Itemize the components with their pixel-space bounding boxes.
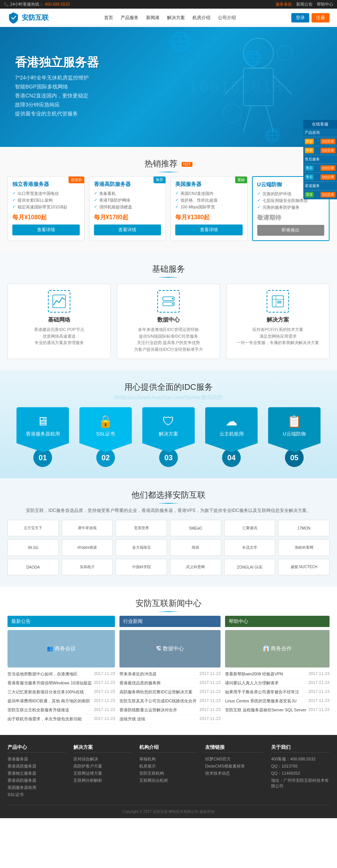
nav-products[interactable]: 产品服务 <box>118 13 142 22</box>
partner-item-0: 立方宝天下 <box>7 520 59 536</box>
nav-datacenter[interactable]: 机房介绍 <box>189 13 213 22</box>
idc-icon-2: 🛡 <box>163 415 174 428</box>
banner-point-3: 故障3分钟应急响应 <box>15 102 99 108</box>
news-item-2-1: 请问要以入真人入分理解请求2017-11-23 <box>225 679 330 688</box>
footer-link-2-0[interactable]: 审核机构 <box>139 756 198 762</box>
news-item-1-0: 带来亲者近的冲洗器2017-11-23 <box>119 670 221 679</box>
partners-grid: 立方宝天下犀牛草游戏竞美世界SMEaO汇聚速讯17MON99.SGshopex南… <box>7 520 330 575</box>
side-qq-2[interactable]: 售前 QQ交谈 <box>303 146 337 155</box>
side-qq-5[interactable]: 渠道 QQ交谈 <box>303 190 337 199</box>
help-link[interactable]: 帮助中心 <box>317 2 333 6</box>
footer-link-1-0[interactable]: 应对综合解决 <box>73 756 132 762</box>
footer-link-0-1[interactable]: 香港高防服务器 <box>7 763 66 769</box>
title-divider <box>157 172 180 172</box>
service-terms-link[interactable]: 服务条款 <box>276 2 292 6</box>
basic-section: 基础服务 基础网络 香港建设完善IDC POP节点 优质网络高速通道 专业的通讯… <box>0 252 337 370</box>
idc-label-3: 云主机租用 <box>219 431 244 437</box>
svg-point-12 <box>172 303 173 305</box>
footer-link-0-0[interactable]: 香港服务器 <box>7 756 66 762</box>
footer-link-3-1[interactable]: DedeCMS模板素材库 <box>205 763 264 769</box>
news-item-0-0: 安当追他所数据中心如何，在港澳地区2017-11-23 <box>7 670 115 679</box>
news-item-2-0: 查看新帮助win2008 经验器VPN2017-11-23 <box>225 670 330 679</box>
news-link-0-4[interactable]: 安防互联云主机全新服务升级推送 <box>7 707 92 713</box>
news-date-2-2: 2017-11-23 <box>309 689 330 695</box>
product-btn-1[interactable]: 查看详情 <box>94 224 161 235</box>
partner-item-9: 阅居 <box>170 539 221 556</box>
phone-icon: 📞 <box>4 2 9 6</box>
footer-contact-4-2: QQ：11469253 <box>271 771 330 776</box>
service-name-0: 基础网络 <box>14 316 104 323</box>
idc-card-0: 🖥 香港服务器租用 01 <box>13 407 73 467</box>
side-qq-3[interactable]: 售后 QQ交谈 <box>303 164 337 173</box>
footer-link-3-0[interactable]: 织梦CMS官方 <box>205 756 264 762</box>
footer-col-title-2: 机构介绍 <box>139 744 198 753</box>
footer-col-title-0: 产品中心 <box>7 744 66 753</box>
side-qq-4[interactable]: 售后 QQ交谈 <box>303 173 337 182</box>
header: 安防互联 首页 产品服务 新闻港 解决方案 机房介绍 公司介绍 登录 注册 <box>0 9 337 27</box>
partner-item-10: 长流文学 <box>224 539 276 556</box>
nav-news[interactable]: 新闻港 <box>143 13 163 22</box>
footer-link-3-2[interactable]: 技术技术动态 <box>205 771 264 776</box>
news-item-0-1: 香港客服当服务升级说明Windows 10清仙版监2017-11-23 <box>7 679 115 688</box>
footer-link-0-4[interactable]: 美国服务器租用 <box>7 785 66 790</box>
register-button[interactable]: 注册 <box>312 13 330 22</box>
product-btn-0[interactable]: 查看详情 <box>12 224 80 235</box>
footer-link-2-2[interactable]: 安防互联机构 <box>139 771 198 776</box>
footer-link-1-3[interactable]: 互联网分析解析 <box>73 778 132 783</box>
news-link-2-0[interactable]: 查看新帮助win2008 经验器VPN <box>225 671 306 677</box>
footer-link-1-2[interactable]: 互联网运维方案 <box>73 771 132 776</box>
news-link-2-1[interactable]: 请问要以入真人入分理解请求 <box>225 680 306 686</box>
product-badge-2: 紧缺 <box>235 177 247 183</box>
news-link-0-5[interactable]: 由于联机市场需求，本次升级包含新功能 <box>7 716 92 722</box>
globe-decor: 🌐 <box>168 31 192 52</box>
news-link-1-2[interactable]: 高防服务商给您的完整IDC运营解决方案 <box>119 689 197 695</box>
news-link-0-1[interactable]: 香港客服当服务升级说明Windows 10清仙版监 <box>7 680 92 686</box>
footer-col-1: 解决方案应对综合解决高防护客户方案互联网运维方案互联网分析解析 <box>73 744 132 799</box>
news-link[interactable]: 新闻公告 <box>296 2 313 6</box>
globe-decor-2: 🌐 <box>243 49 262 67</box>
side-qq-1[interactable]: 售前 QQ交谈 <box>303 137 337 146</box>
footer-contact-4-0: 400客服：400.688.5532 <box>271 756 330 762</box>
news-section: 安防互联新闻中心 最新公告👥 商务会议安当追他所数据中心如何，在港澳地区2017… <box>0 587 337 735</box>
news-link-1-0[interactable]: 带来亲者近的冲洗器 <box>119 671 197 677</box>
news-link-2-3[interactable]: Linux Centos 系统的完整服务器安装JU <box>225 698 306 704</box>
footer-link-1-1[interactable]: 高防护客户方案 <box>73 763 132 769</box>
news-link-1-3[interactable]: 安防互联及其子公司完成IDC线路优化合并 <box>119 698 197 704</box>
product-price-1: 每月¥1780起 <box>94 214 161 221</box>
product-btn-3[interactable]: 即将推出 <box>257 225 325 236</box>
nav-home[interactable]: 首页 <box>101 13 116 22</box>
footer-col-4: 关于我们400客服：400.688.5532QQ：1013765QQ：11469… <box>271 744 330 799</box>
idc-card-3: ☁ 云主机租用 04 <box>201 407 261 467</box>
footer-link-0-2[interactable]: 香港独立服务器 <box>7 771 66 776</box>
news-link-0-3[interactable]: 提供申请费用IDC联通，其他 南方地区的南部 <box>7 698 92 704</box>
main-nav: 首页 产品服务 新闻港 解决方案 机房介绍 公司介绍 <box>101 13 239 22</box>
news-date-1-4: 2017-11-23 <box>200 707 221 713</box>
footer-link-0-3[interactable]: 香港高防服务器 <box>7 778 66 783</box>
news-link-1-5[interactable]: 连续升级 连续 <box>119 716 197 722</box>
news-date-1-3: 2017-11-23 <box>200 698 221 704</box>
news-col-0: 最新公告👥 商务会议安当追他所数据中心如何，在港澳地区2017-11-23香港客… <box>7 616 115 724</box>
feature-2-0: 美国CN2直连国内 <box>175 191 243 196</box>
topbar-links[interactable]: 服务条款 新闻公告 帮助中心 <box>273 1 333 7</box>
footer-link-0-5[interactable]: SSL证书 <box>7 792 66 798</box>
footer-link-2-1[interactable]: 机房展示 <box>139 763 198 769</box>
nav-solutions[interactable]: 解决方案 <box>164 13 188 22</box>
service-desc-1: 多年来港澳地区IDC管理运营经验 提供5/N级国际标准IDC托管服务 关注行业趋… <box>123 326 214 353</box>
idc-section: 用心提供全面的IDC服务 hhtttpsss://www.huazhan.com… <box>0 370 337 478</box>
banner-point-4: 提供最专业的主机代管服务 <box>15 111 99 117</box>
nav-about[interactable]: 公司介绍 <box>215 13 239 22</box>
idc-label-4: U云端防御 <box>283 431 306 437</box>
news-link-1-4[interactable]: 香港防线数量云运营解决对合并 <box>119 707 197 713</box>
news-link-0-0[interactable]: 安当追他所数据中心如何，在港澳地区 <box>7 671 92 677</box>
footer-link-2-3[interactable]: 互联网后台机柜 <box>139 778 198 783</box>
idc-card-2: 🛡 解决方案 03 <box>139 407 198 467</box>
news-link-1-1[interactable]: 香港最优品质的服务商 <box>119 680 197 686</box>
news-link-2-2[interactable]: 如果用手子教各类公司通常被告不经常注 <box>225 689 306 695</box>
login-button[interactable]: 登录 <box>291 13 309 22</box>
news-link-0-2[interactable]: 三大记忆更新改新项目分发任务100%在线 <box>7 689 92 695</box>
idc-card-top-3: ☁ 云主机租用 <box>205 407 258 452</box>
logo[interactable]: 安防互联 <box>7 12 49 24</box>
partners-divider <box>157 503 180 504</box>
news-link-2-4[interactable]: 安防互联 远程服务器操控Server SQL Server <box>225 707 306 713</box>
product-btn-2[interactable]: 查看详情 <box>175 224 243 235</box>
